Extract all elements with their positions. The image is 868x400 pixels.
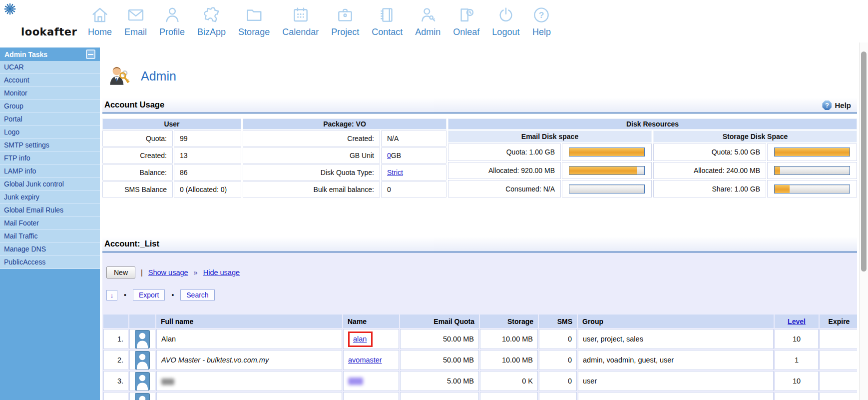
level-cell: 10	[775, 371, 819, 391]
nav-item-help[interactable]: ?Help	[532, 6, 551, 38]
help-button[interactable]: ? Help	[822, 100, 851, 110]
profile-icon	[163, 6, 182, 26]
usage-package-row: GB Unit0 GB	[243, 148, 446, 164]
usage-value-suffix: GB	[391, 152, 401, 160]
avatar-cell	[129, 371, 155, 391]
email-quota-cell: 50.00 MB	[400, 329, 479, 349]
progress-bar-fill	[775, 185, 790, 193]
sidebar-item-manage-dns[interactable]: Manage DNS	[0, 243, 100, 256]
disk-bar-cell	[767, 144, 857, 161]
account-list-title: Account:_List	[102, 239, 159, 252]
usage-value: 13	[174, 148, 241, 164]
disk-row: Quota: 5.00 GB	[653, 144, 857, 161]
avatar	[134, 351, 150, 370]
nav-item-label: Email	[124, 27, 147, 38]
storage-cell	[480, 392, 538, 400]
usage-disk-header: Disk Resources	[448, 118, 857, 130]
usage-value: 99	[174, 130, 241, 146]
usage-label: SMS Balance	[102, 182, 173, 198]
usage-value-link[interactable]: Strict	[387, 168, 403, 176]
nav-item-storage[interactable]: Storage	[238, 6, 270, 38]
sidebar-item-ucar[interactable]: UCAR	[0, 61, 100, 74]
expire-cell	[820, 371, 857, 391]
new-button[interactable]: New	[106, 266, 135, 278]
sidebar-item-monitor[interactable]: Monitor	[0, 87, 100, 100]
export-button[interactable]: Export	[133, 290, 165, 300]
sidebar-item-global-junk-control[interactable]: Global Junk control	[0, 178, 100, 191]
dot-separator: •	[171, 291, 174, 299]
sidebar-item-mail-traffic[interactable]: Mail Traffic	[0, 230, 100, 243]
usage-group-user: UserQuota:99Created:13Balance:86SMS Bala…	[102, 118, 241, 198]
svg-text:?: ?	[539, 10, 544, 20]
progress-bar	[569, 148, 645, 156]
nav-item-contact[interactable]: Contact	[372, 6, 403, 38]
sort-button[interactable]: ↓	[106, 290, 117, 300]
disk-bar-cell	[562, 144, 652, 161]
sidebar-item-publicaccess[interactable]: PublicAccess	[0, 256, 100, 269]
sidebar-item-junk-expiry[interactable]: Junk expiry	[0, 191, 100, 204]
disk-bar-cell	[562, 162, 652, 180]
sidebar-item-smtp-settings[interactable]: SMTP settings	[0, 139, 100, 152]
raquo-marker: »	[194, 268, 198, 276]
account-list-toolbar: New | Show usage » Hide usage	[102, 252, 857, 278]
disk-row: Allocated: 920.00 MB	[448, 162, 652, 180]
top-bar: lookafter HomeEmailProfileBizAppStorageC…	[0, 0, 868, 46]
sidebar-item-portal[interactable]: Portal	[0, 113, 100, 126]
table-row: 1.Alanalan50.00 MB10.00 MB0user, project…	[103, 329, 857, 349]
column-header-sms: SMS	[539, 314, 577, 328]
sidebar-items: UCARAccountMonitorGroupPortalLogoSMTP se…	[0, 61, 100, 269]
account-name-link[interactable]: avomaster	[348, 356, 382, 364]
account-name-link[interactable]: alan	[353, 335, 367, 343]
usage-value-link[interactable]: 0	[387, 152, 391, 160]
sidebar-collapse-button[interactable]	[86, 50, 95, 59]
hide-usage-link[interactable]: Hide usage	[203, 268, 240, 276]
main-content: Admin Account Usage ? Help UserQuota:99C…	[100, 46, 860, 400]
nav-item-bizapp[interactable]: BizApp	[197, 6, 226, 38]
search-button[interactable]: Search	[180, 290, 214, 300]
project-icon	[336, 6, 355, 26]
redacted-name-link[interactable]	[348, 378, 363, 385]
disk-section-storage-disk-space: Storage Disk SpaceQuota: 5.00 GBAllocate…	[653, 130, 857, 198]
usage-user-header: User	[102, 118, 241, 130]
nav-item-calendar[interactable]: Calendar	[282, 6, 319, 38]
account-list-section-header: Account:_List	[102, 236, 857, 252]
show-usage-link[interactable]: Show usage	[148, 268, 188, 276]
nav-item-email[interactable]: Email	[124, 6, 147, 38]
nav-item-project[interactable]: Project	[331, 6, 359, 38]
usage-value: N/A	[381, 130, 446, 146]
vertical-scrollbar[interactable]	[860, 42, 868, 400]
row-number-cell	[103, 392, 128, 400]
sidebar-item-mail-footer[interactable]: Mail Footer	[0, 217, 100, 230]
nav-item-home[interactable]: Home	[88, 6, 112, 38]
disk-row: Quota: 1.00 GB	[448, 144, 652, 161]
sidebar-item-ftp-info[interactable]: FTP info	[0, 152, 100, 165]
sidebar-item-global-email-rules[interactable]: Global Email Rules	[0, 204, 100, 217]
expire-cell	[820, 329, 857, 349]
column-header-group: Group	[578, 314, 774, 328]
avatar	[134, 330, 150, 348]
usage-value: 86	[174, 164, 241, 180]
sidebar-item-logo[interactable]: Logo	[0, 126, 100, 139]
nav-item-admin[interactable]: Admin	[415, 6, 440, 38]
scrollbar-thumb[interactable]	[861, 52, 867, 272]
nav-item-profile[interactable]: Profile	[159, 6, 185, 38]
progress-bar	[774, 166, 850, 175]
sidebar-item-group[interactable]: Group	[0, 100, 100, 113]
disk-row: Allocated: 240.00 MB	[653, 162, 857, 180]
usage-package-header: Package: VO	[243, 118, 446, 130]
nav-item-logout[interactable]: Logout	[492, 6, 519, 38]
storage-cell: 10.00 MB	[480, 350, 538, 370]
column-header-full-name: Full name	[156, 314, 342, 328]
nav-item-onleaf[interactable]: Onleaf	[453, 6, 479, 38]
usage-group-package: Package: VOCreated:N/AGB Unit0 GBDisk Qu…	[243, 118, 446, 198]
level-sort-link[interactable]: Level	[788, 318, 806, 326]
usage-value: 0 (Allocated: 0)	[174, 182, 241, 198]
email-quota-cell: 50.00 MB	[400, 350, 479, 370]
expire-cell	[820, 350, 857, 370]
usage-user-row: SMS Balance0 (Allocated: 0)	[102, 182, 241, 198]
nav-item-label: Calendar	[282, 27, 319, 38]
disk-label: Consumed: N/A	[448, 180, 561, 198]
sidebar-item-account[interactable]: Account	[0, 74, 100, 87]
usage-package-row: Disk Quota Type:Strict	[243, 164, 446, 180]
sidebar-item-lamp-info[interactable]: LAMP info	[0, 165, 100, 178]
